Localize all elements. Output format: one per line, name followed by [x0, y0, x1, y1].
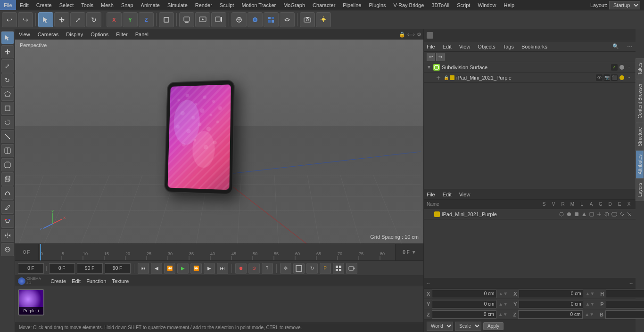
vp-menu-filter[interactable]: Filter [112, 29, 131, 40]
left-sculpt-tool[interactable] [1, 243, 14, 256]
tab-content-browser[interactable]: Content Browser [636, 79, 644, 122]
om-search-icon[interactable]: 🔍 [612, 43, 619, 50]
axis-z-button[interactable]: Z [139, 12, 154, 27]
go-start-button[interactable]: ⏮ [138, 263, 149, 274]
mat-menu-edit[interactable]: Edit [72, 278, 81, 284]
grid-view-button[interactable] [333, 263, 344, 274]
apply-button[interactable]: Apply [483, 322, 504, 330]
lm-icon-g[interactable] [603, 211, 610, 218]
menu-render[interactable]: Render [191, 0, 216, 10]
lm-menu-view[interactable]: View [459, 192, 471, 197]
om-cam-2[interactable]: 📷 [603, 74, 610, 81]
om-checkmark-1[interactable]: ✓ [611, 64, 618, 71]
field-button[interactable] [264, 12, 279, 27]
om-menu-edit[interactable]: Edit [443, 44, 452, 49]
deform-button[interactable] [280, 12, 295, 27]
om-toolbar-btn-1[interactable]: ↩ [427, 53, 435, 61]
menu-sculpt[interactable]: Sculpt [216, 0, 238, 10]
lm-icon-a[interactable] [596, 211, 603, 218]
lm-menu-file[interactable]: File [427, 192, 435, 197]
prev-key-button[interactable]: ⏪ [164, 263, 175, 274]
auto-key-button[interactable]: ⊙ [248, 263, 260, 274]
coord-y-size[interactable] [519, 300, 583, 308]
box-view-button[interactable] [293, 263, 305, 274]
left-box-tool[interactable] [1, 102, 14, 115]
lm-icon-d[interactable] [611, 211, 618, 218]
coord-arrow-y-pos[interactable]: ▲▼ [498, 301, 508, 307]
coord-arrow-x-pos[interactable]: ▲▼ [498, 291, 508, 296]
menu-vray[interactable]: V-Ray Bridge [390, 0, 428, 10]
next-frame-button[interactable]: ▶ [204, 263, 215, 274]
lm-icon-s[interactable] [558, 211, 565, 218]
left-spline-tool[interactable] [1, 186, 14, 200]
render-frame-button[interactable] [195, 12, 210, 27]
lm-icon-l[interactable] [588, 211, 595, 218]
redo-button[interactable]: ↪ [18, 12, 33, 27]
paint-button[interactable] [248, 12, 263, 27]
lm-icon-r[interactable] [573, 211, 580, 218]
vp-menu-view[interactable]: View [15, 29, 34, 40]
tab-takes[interactable]: Takes [636, 58, 644, 79]
mat-menu-create[interactable]: Create [50, 278, 66, 284]
om-dots-1[interactable]: ⋯ [626, 64, 633, 71]
menu-character[interactable]: Character [309, 0, 339, 10]
move-tool-button[interactable] [54, 12, 69, 27]
object-button[interactable] [159, 12, 174, 27]
om-dot-1[interactable] [619, 65, 624, 70]
help-button[interactable]: ? [262, 263, 273, 274]
left-cursor-tool[interactable] [1, 31, 14, 44]
menu-tools[interactable]: Tools [77, 0, 97, 10]
frame-start-input[interactable] [18, 263, 44, 274]
move-view-button[interactable]: ✥ [280, 263, 291, 274]
frame-end-input2[interactable] [105, 263, 131, 274]
vp-menu-cameras[interactable]: Cameras [34, 29, 63, 40]
coord-arrow-y-size[interactable]: ▲▼ [585, 301, 594, 307]
next-key-button[interactable]: ⏩ [190, 263, 202, 274]
coord-arrow-x-size[interactable]: ▲▼ [585, 291, 594, 296]
undo-button[interactable]: ↩ [2, 12, 17, 27]
prev-frame-button[interactable]: ◀ [151, 263, 162, 274]
left-mirror-tool[interactable] [1, 229, 14, 242]
material-thumb-purple[interactable]: Purple_i [18, 289, 44, 316]
om-dots-2[interactable]: ⋯ [626, 74, 633, 81]
tab-layers[interactable]: Layers [636, 178, 644, 201]
tab-structure[interactable]: Structure [636, 123, 644, 151]
left-loop-tool[interactable] [1, 144, 14, 157]
axis-x-button[interactable]: X [107, 12, 122, 27]
world-dropdown[interactable]: World [427, 322, 453, 331]
mat-menu-texture[interactable]: Texture [112, 278, 129, 284]
vp-menu-display[interactable]: Display [62, 29, 87, 40]
om-menu-objects[interactable]: Objects [478, 44, 495, 49]
om-menu-tags[interactable]: Tags [503, 44, 514, 49]
rotate-view-button[interactable]: ↻ [306, 263, 318, 274]
menu-snap[interactable]: Snap [117, 0, 137, 10]
mat-menu-function[interactable]: Function [86, 278, 106, 284]
om-menu-bookmarks[interactable]: Bookmarks [521, 44, 547, 49]
menu-mograph[interactable]: MoGraph [280, 0, 309, 10]
viewport-3d[interactable]: View Cameras Display Options Filter Pane… [15, 29, 423, 243]
coord-y-pos[interactable] [432, 300, 496, 308]
frame-end-input[interactable] [77, 263, 103, 274]
lm-icon-x[interactable] [626, 211, 633, 218]
left-magnet-tool[interactable] [1, 215, 14, 228]
play-button[interactable]: ▶ [177, 263, 189, 274]
menu-simulate[interactable]: Simulate [164, 0, 191, 10]
menu-window[interactable]: Window [474, 0, 500, 10]
render-region-button[interactable] [179, 12, 194, 27]
camera-button[interactable] [300, 12, 315, 27]
menu-edit[interactable]: Edit [16, 0, 33, 10]
left-bevel-tool[interactable] [1, 158, 14, 171]
left-rotate-tool[interactable]: ↻ [1, 73, 14, 87]
menu-plugins[interactable]: Plugins [365, 0, 389, 10]
left-scale-tool[interactable]: ⤢ [1, 59, 14, 73]
view-mode-button[interactable] [231, 12, 247, 27]
lm-menu-edit[interactable]: Edit [443, 192, 452, 197]
left-knife-tool[interactable] [1, 130, 14, 143]
om-render-2[interactable]: ⬛ [611, 74, 618, 81]
timeline-ruler[interactable]: 0 5 10 15 20 25 30 35 [39, 244, 395, 260]
menu-script[interactable]: Script [453, 0, 474, 10]
om-row-subdivision[interactable]: ▼ Subdivision Surface ✓ ⋯ [424, 62, 636, 73]
left-lasso-tool[interactable] [1, 116, 14, 129]
menu-3dtoall[interactable]: 3DToAll [428, 0, 453, 10]
menu-create[interactable]: Create [33, 0, 56, 10]
